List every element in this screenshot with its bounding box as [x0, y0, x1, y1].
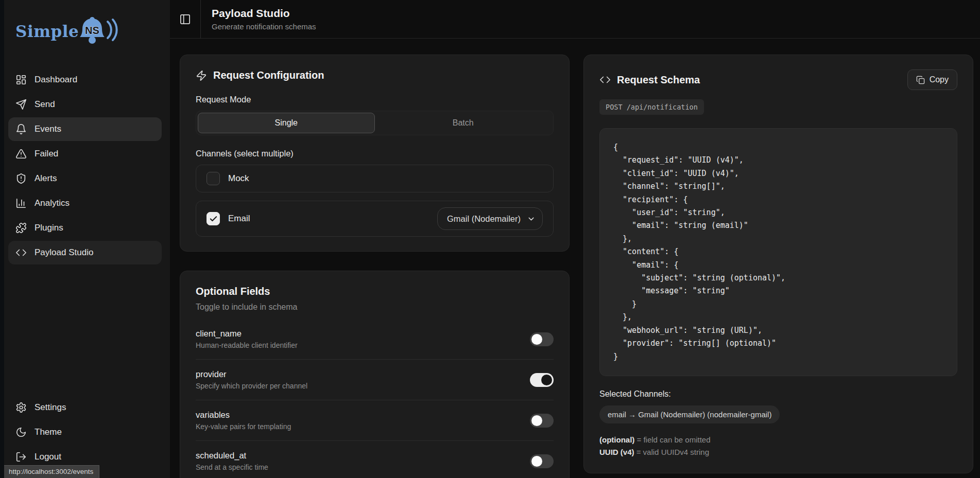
gear-icon — [15, 402, 27, 413]
legend-definition: = valid UUIDv4 string — [637, 448, 709, 456]
field-description: Key-value pairs for templating — [196, 422, 291, 431]
legend-line-optional: (optional) = field can be omitted — [599, 434, 957, 446]
mock-checkbox[interactable] — [207, 172, 220, 185]
check-icon — [209, 215, 218, 223]
window-edge — [0, 0, 4, 478]
chevron-down-icon — [527, 215, 536, 223]
schema-code-block: { "request_id": "UUID (v4)", "client_id"… — [599, 128, 957, 376]
channels-label: Channels (select multiple) — [196, 149, 554, 158]
warning-triangle-icon — [15, 148, 27, 160]
page-title: Payload Studio — [212, 7, 316, 20]
shield-alert-icon — [15, 173, 27, 184]
field-description: Send at a specific time — [196, 463, 268, 471]
sidebar-item-label: Logout — [35, 452, 61, 462]
sidebar-spacer — [8, 264, 162, 396]
sidebar-item-events[interactable]: Events — [8, 117, 162, 141]
field-name: client_name — [196, 329, 298, 339]
channel-row-mock[interactable]: Mock — [196, 165, 554, 192]
left-column: Request Configuration Request Mode Singl… — [180, 55, 570, 478]
bell-logo-icon: NS — [77, 15, 120, 49]
optional-fields-list: client_name Human-readable client identi… — [196, 319, 554, 478]
card-subtitle: Toggle to include in schema — [196, 303, 554, 312]
client-name-toggle[interactable] — [530, 332, 554, 346]
sidebar-item-dashboard[interactable]: Dashboard — [8, 68, 162, 92]
logout-icon — [15, 451, 27, 463]
sidebar-item-alerts[interactable]: Alerts — [8, 167, 162, 190]
sidebar-item-failed[interactable]: Failed — [8, 142, 162, 166]
field-row-client-name: client_name Human-readable client identi… — [196, 319, 554, 360]
schema-legend: (optional) = field can be omitted UUID (… — [599, 434, 957, 458]
sidebar-item-label: Payload Studio — [35, 247, 93, 258]
brand-logo: Simple NS — [15, 15, 162, 47]
field-name: scheduled_at — [196, 451, 268, 461]
link-status-bar: http://localhost:3002/events — [4, 465, 99, 478]
sidebar-item-label: Theme — [35, 427, 62, 437]
bell-icon — [15, 123, 27, 135]
mode-single-button[interactable]: Single — [198, 113, 375, 133]
sidebar-item-label: Dashboard — [35, 75, 77, 85]
sidebar-item-label: Send — [35, 99, 55, 110]
channel-row-email[interactable]: Email Gmail (Nodemailer) (nodemailer-gma… — [196, 201, 554, 237]
field-name: variables — [196, 410, 291, 420]
sidebar-item-send[interactable]: Send — [8, 93, 162, 116]
sidebar-item-plugins[interactable]: Plugins — [8, 216, 162, 240]
field-row-variables: variables Key-value pairs for templating — [196, 400, 554, 441]
optional-fields-card: Optional Fields Toggle to include in sch… — [180, 271, 570, 478]
send-icon — [15, 99, 27, 110]
right-column: Request Schema Copy POST /api/notificati… — [583, 55, 973, 473]
variables-toggle[interactable] — [530, 414, 554, 428]
code-icon — [15, 247, 27, 258]
bar-chart-icon — [15, 198, 27, 209]
page-subtitle: Generate notification schemas — [212, 22, 316, 31]
field-description: Human-readable client identifier — [196, 341, 298, 349]
sidebar-item-label: Plugins — [35, 223, 63, 233]
sidebar-item-analytics[interactable]: Analytics — [8, 191, 162, 215]
legend-definition: = field can be omitted — [637, 435, 711, 444]
sidebar-collapse-button[interactable] — [170, 0, 201, 39]
brand-name: Simple — [15, 22, 79, 41]
toggle-knob — [531, 415, 542, 426]
legend-term: (optional) — [599, 435, 634, 444]
sidebar-item-label: Settings — [35, 402, 66, 413]
selected-channel-chip: email → Gmail (Nodemailer) (nodemailer-g… — [599, 405, 780, 423]
main-area: Payload Studio Generate notification sch… — [170, 0, 980, 478]
puzzle-icon — [15, 222, 27, 234]
request-schema-header: Request Schema Copy — [599, 69, 957, 90]
copy-icon — [916, 76, 925, 84]
sidebar-footer: Settings Theme Logout — [8, 396, 162, 469]
page-header: Payload Studio Generate notification sch… — [170, 0, 980, 39]
copy-button[interactable]: Copy — [907, 69, 957, 90]
email-provider-select[interactable]: Gmail (Nodemailer) (nodemailer-gmail) — [437, 207, 543, 230]
schema-json: { "request_id": "UUID (v4)", "client_id"… — [613, 141, 943, 363]
sidebar-item-payload-studio[interactable]: Payload Studio — [8, 241, 162, 264]
card-title: Request Configuration — [213, 69, 324, 81]
endpoint-badge: POST /api/notification — [599, 99, 704, 115]
field-description: Specify which provider per channel — [196, 382, 307, 390]
request-configuration-header: Request Configuration — [196, 69, 554, 81]
sidebar-item-label: Alerts — [35, 173, 57, 184]
page-content: Request Configuration Request Mode Singl… — [170, 39, 980, 478]
provider-toggle[interactable] — [530, 373, 554, 387]
toggle-knob — [541, 375, 552, 385]
request-mode-segmented-control: Single Batch — [196, 111, 554, 135]
channel-label: Email — [228, 214, 250, 224]
app-window: Simple NS Dashboard Send — [0, 0, 980, 478]
toggle-knob — [531, 334, 542, 345]
request-schema-card: Request Schema Copy POST /api/notificati… — [583, 55, 973, 473]
sidebar-item-label: Events — [35, 124, 61, 134]
sidebar-item-settings[interactable]: Settings — [8, 396, 162, 419]
email-checkbox[interactable] — [207, 212, 220, 225]
mode-batch-button[interactable]: Batch — [375, 113, 552, 133]
sidebar-item-label: Analytics — [35, 198, 70, 208]
selected-channels-label: Selected Channels: — [599, 390, 957, 399]
field-row-provider: provider Specify which provider per chan… — [196, 360, 554, 400]
legend-line-uuid: UUID (v4) = valid UUIDv4 string — [599, 446, 957, 458]
request-configuration-card: Request Configuration Request Mode Singl… — [180, 55, 570, 252]
sidebar: Simple NS Dashboard Send — [0, 0, 170, 478]
zap-icon — [196, 70, 207, 81]
sidebar-item-label: Failed — [35, 149, 58, 159]
sidebar-nav: Dashboard Send Events Failed Alerts Anal… — [8, 68, 162, 264]
sidebar-item-theme[interactable]: Theme — [8, 420, 162, 444]
channel-label: Mock — [228, 173, 249, 184]
scheduled-at-toggle[interactable] — [530, 454, 554, 468]
